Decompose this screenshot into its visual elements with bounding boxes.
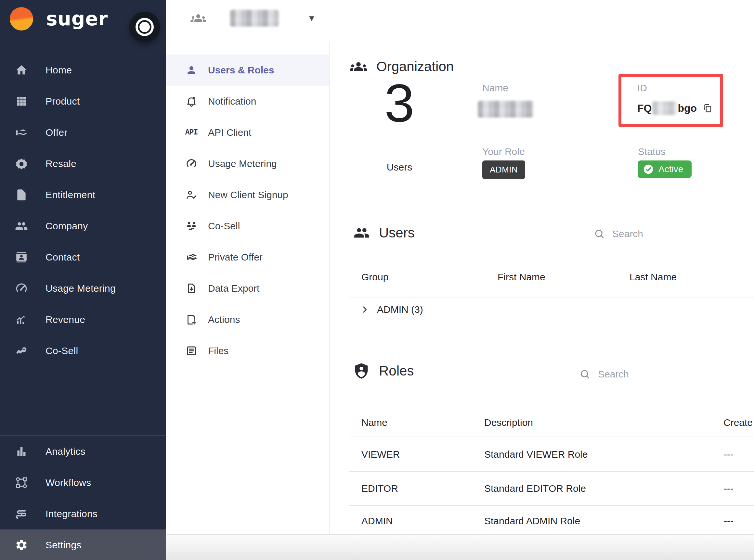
main-content: Organization 3 Users Name Your Role ADMI… — [330, 41, 754, 534]
person-check-icon — [185, 189, 198, 201]
users-group-label: ADMIN (3) — [377, 304, 423, 315]
users-search — [594, 228, 697, 240]
suger-logo-icon — [10, 7, 33, 31]
role-create: --- — [724, 516, 734, 526]
settings-subnav: Users & Roles Notification API API Clien… — [166, 41, 330, 534]
sidebar-item-label: Home — [45, 65, 72, 76]
sidebar-item-label: Resale — [45, 158, 76, 169]
chevron-down-icon: ▼ — [307, 13, 316, 23]
sidebar-item-label: Company — [45, 221, 88, 232]
org-name-label: Name — [482, 82, 508, 94]
article-icon — [185, 345, 198, 357]
sidebar-item-company[interactable]: Company — [0, 211, 166, 242]
chevron-right-icon — [360, 305, 369, 314]
sidebar-item-analytics[interactable]: Analytics — [0, 436, 166, 467]
sidebar-item-home[interactable]: Home — [0, 55, 166, 86]
sidebar-item-usage-metering[interactable]: Usage Metering — [0, 273, 166, 304]
role-description: Standard ADMIN Role — [484, 516, 580, 526]
subnav-item-label: Usage Metering — [208, 158, 277, 169]
sidebar-collapse-button[interactable] — [129, 12, 160, 42]
handshake-icon — [15, 344, 28, 357]
role-name: VIEWER — [362, 449, 400, 460]
subnav-item-label: API Client — [208, 127, 251, 138]
groups-icon — [190, 11, 206, 26]
person-icon — [185, 64, 198, 76]
document-icon — [15, 188, 28, 201]
subnav-item-private-offer[interactable]: Private Offer — [166, 242, 329, 273]
id-highlight-box — [618, 74, 723, 127]
subnav-item-co-sell[interactable]: Co-Sell — [166, 211, 329, 242]
sidebar-item-label: Entitlement — [45, 189, 95, 200]
workflow-nodes-icon — [15, 476, 28, 489]
table-row-editor[interactable]: EDITOR Standard EDITOR Role --- — [330, 471, 754, 505]
org-name-value-redacted — [478, 101, 534, 118]
primary-nav: Home Product Offer Resale Entitlement Co… — [0, 55, 166, 366]
org-user-count: 3 — [369, 72, 430, 134]
users-search-input[interactable] — [612, 228, 697, 239]
role-name: EDITOR — [362, 483, 398, 494]
subnav-item-usage-metering[interactable]: Usage Metering — [166, 148, 329, 179]
table-row-viewer[interactable]: VIEWER Standard VIEWER Role --- — [330, 437, 754, 471]
role-create: --- — [724, 483, 734, 494]
subnav-item-data-export[interactable]: Data Export — [166, 273, 329, 304]
integration-flow-icon — [15, 507, 28, 520]
status-badge: Active — [638, 160, 692, 178]
sidebar-item-revenue[interactable]: Revenue — [0, 304, 166, 335]
contact-card-icon — [15, 251, 28, 264]
roles-title: Roles — [379, 363, 414, 379]
role-name: ADMIN — [362, 516, 393, 526]
users-table-divider — [349, 298, 754, 298]
subnav-item-label: Data Export — [208, 283, 259, 294]
subnav-item-files[interactable]: Files — [166, 335, 329, 366]
sidebar-item-label: Contact — [45, 252, 80, 263]
sidebar-item-contact[interactable]: Contact — [0, 242, 166, 273]
role-description: Standard EDITOR Role — [484, 483, 586, 494]
check-circle-icon — [643, 164, 654, 175]
record-dot-icon — [139, 22, 150, 32]
home-icon — [15, 64, 28, 77]
subnav-item-api-client[interactable]: API API Client — [166, 117, 329, 148]
revenue-chart-icon — [15, 313, 28, 326]
users-col-group: Group — [362, 272, 388, 283]
org-selector[interactable]: ▼ — [190, 10, 316, 27]
sidebar-item-integrations[interactable]: Integrations — [0, 498, 166, 529]
roles-col-create: Create — [723, 417, 753, 428]
page-footer-strip — [166, 534, 754, 560]
sidebar-item-label: Offer — [45, 127, 67, 138]
subnav-item-actions[interactable]: Actions — [166, 304, 329, 335]
sidebar-item-workflows[interactable]: Workflows — [0, 467, 166, 498]
sidebar-item-label: Analytics — [45, 446, 85, 457]
roles-col-description: Description — [484, 417, 533, 428]
offer-hand-icon — [15, 126, 28, 139]
speedometer-icon — [185, 158, 198, 170]
subnav-item-notification[interactable]: Notification — [166, 86, 329, 117]
bar-chart-icon — [15, 445, 28, 458]
role-badge: ADMIN — [482, 160, 525, 179]
subnav-item-users-roles[interactable]: Users & Roles — [166, 55, 329, 86]
roles-search — [579, 368, 682, 380]
subnav-item-label: Files — [208, 345, 229, 356]
sidebar-item-entitlement[interactable]: Entitlement — [0, 179, 166, 211]
sidebar-item-offer[interactable]: Offer — [0, 117, 166, 148]
grid-icon — [15, 95, 28, 108]
sidebar-item-product[interactable]: Product — [0, 86, 166, 117]
roles-section-header: Roles — [353, 362, 414, 379]
subnav-item-new-client-signup[interactable]: New Client Signup — [166, 179, 329, 211]
table-row-admin[interactable]: ADMIN Standard ADMIN Role --- — [330, 505, 754, 534]
sidebar-item-settings[interactable]: Settings — [0, 529, 166, 560]
sidebar-item-co-sell[interactable]: Co-Sell — [0, 335, 166, 366]
users-title: Users — [379, 225, 415, 241]
users-group-row[interactable]: ADMIN (3) — [360, 304, 423, 315]
subnav-item-label: Private Offer — [208, 252, 263, 263]
sidebar-item-label: Workflows — [45, 477, 91, 488]
secondary-nav-group: Analytics Workflows Integrations Setting… — [0, 435, 166, 560]
sidebar-item-label: Settings — [45, 540, 82, 551]
roles-search-input[interactable] — [598, 369, 682, 380]
sidebar-item-resale[interactable]: Resale — [0, 148, 166, 179]
org-status-label: Status — [638, 146, 665, 157]
topbar: ▼ — [166, 0, 754, 40]
sidebar-item-label: Product — [45, 96, 80, 107]
subnav-item-label: Actions — [208, 314, 240, 325]
search-icon — [579, 368, 591, 380]
sidebar-item-label: Revenue — [45, 314, 85, 325]
